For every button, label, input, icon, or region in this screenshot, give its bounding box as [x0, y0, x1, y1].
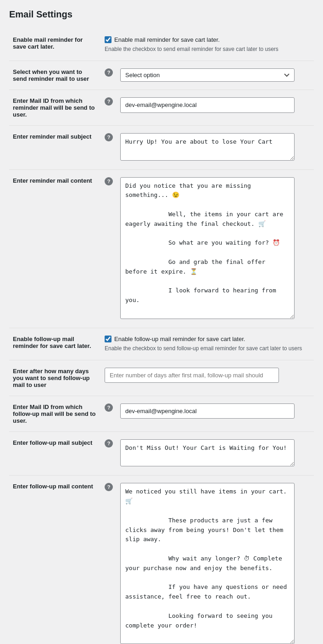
followup-days-input[interactable]	[105, 368, 279, 383]
help-mail-from-cell: ?	[101, 90, 117, 126]
help-select-when-icon[interactable]: ?	[105, 68, 113, 77]
help-followup-content-icon[interactable]: ?	[105, 483, 113, 491]
row-followup-content: Enter follow-up mail content ? We notice…	[9, 476, 314, 644]
label-mail-from: Enter Mail ID from which reminder mail w…	[9, 90, 101, 126]
field-enable-mail-reminder: Enable mail reminder for save cart later…	[101, 29, 314, 61]
label-enable-followup: Enable follow-up mail reminder for save …	[9, 328, 101, 360]
reminder-subject-input[interactable]: Hurry Up! You are about to lose Your Car…	[120, 133, 295, 161]
help-followup-subject-cell: ?	[101, 431, 117, 476]
label-enable-mail-reminder: Enable mail reminder for save cart later…	[9, 29, 101, 61]
label-followup-mail-from: Enter Mail ID from which follow-up mail …	[9, 396, 101, 431]
field-mail-from	[117, 90, 314, 126]
label-followup-content: Enter follow-up mail content	[9, 476, 101, 644]
followup-mail-from-input[interactable]	[120, 403, 295, 419]
help-followup-mail-from-cell: ?	[101, 396, 117, 431]
help-reminder-subject-cell: ?	[101, 126, 117, 170]
field-followup-mail-from	[117, 396, 314, 431]
row-reminder-content: Enter reminder mail content ? Did you no…	[9, 169, 314, 328]
field-followup-subject: Don't Miss Out! Your Cart is Waiting for…	[117, 431, 314, 476]
help-reminder-content-icon[interactable]: ?	[105, 177, 113, 185]
row-followup-mail-from: Enter Mail ID from which follow-up mail …	[9, 396, 314, 431]
followup-subject-input[interactable]: Don't Miss Out! Your Cart is Waiting for…	[120, 439, 295, 467]
label-select-when: Select when you want to send reminder ma…	[9, 61, 101, 90]
field-reminder-subject: Hurry Up! You are about to lose Your Car…	[117, 126, 314, 170]
field-followup-days	[101, 360, 314, 396]
row-followup-subject: Enter follow-up mail subject ? Don't Mis…	[9, 431, 314, 476]
label-reminder-subject: Enter reminder mail subject	[9, 126, 101, 170]
field-followup-content: We noticed you still have items in your …	[117, 476, 314, 644]
field-enable-followup: Enable follow-up mail reminder for save …	[101, 328, 314, 360]
checkbox-enable-reminder-label[interactable]: Enable mail reminder for save cart later…	[105, 36, 310, 43]
followup-content-input[interactable]: We noticed you still have items in your …	[120, 483, 295, 644]
row-enable-mail-reminder: Enable mail reminder for save cart later…	[9, 29, 314, 61]
enable-followup-helper: Enable the checkbox to send follow-up em…	[105, 344, 310, 353]
label-followup-subject: Enter follow-up mail subject	[9, 431, 101, 476]
help-followup-content-cell: ?	[101, 476, 117, 644]
help-reminder-subject-icon[interactable]: ?	[105, 133, 113, 141]
field-reminder-content: Did you notice that you are missing some…	[117, 169, 314, 328]
row-mail-from: Enter Mail ID from which reminder mail w…	[9, 90, 314, 126]
checkbox-enable-followup[interactable]	[105, 336, 111, 342]
label-followup-days: Enter after how many days you want to se…	[9, 360, 101, 396]
help-followup-mail-from-icon[interactable]: ?	[105, 403, 113, 412]
checkbox-enable-followup-label[interactable]: Enable follow-up mail reminder for save …	[105, 336, 310, 342]
checkbox-enable-reminder[interactable]	[105, 36, 111, 43]
row-select-when: Select when you want to send reminder ma…	[9, 61, 314, 90]
select-when-dropdown[interactable]: Select option	[120, 68, 295, 82]
help-reminder-content-cell: ?	[101, 169, 117, 328]
row-followup-days: Enter after how many days you want to se…	[9, 360, 314, 396]
field-select-when: Select option	[117, 61, 314, 90]
mail-from-input[interactable]	[120, 97, 295, 113]
help-mail-from-icon[interactable]: ?	[105, 97, 113, 106]
enable-reminder-helper: Enable the checkbox to send email remind…	[105, 45, 310, 53]
page-title: Email Settings	[9, 9, 314, 20]
checkbox-enable-followup-text: Enable follow-up mail reminder for save …	[114, 336, 245, 342]
reminder-content-input[interactable]: Did you notice that you are missing some…	[120, 177, 295, 319]
help-followup-subject-icon[interactable]: ?	[105, 439, 113, 448]
label-reminder-content: Enter reminder mail content	[9, 169, 101, 328]
row-reminder-subject: Enter reminder mail subject ? Hurry Up! …	[9, 126, 314, 170]
settings-table: Enable mail reminder for save cart later…	[9, 29, 314, 644]
checkbox-enable-reminder-text: Enable mail reminder for save cart later…	[114, 36, 220, 43]
row-enable-followup: Enable follow-up mail reminder for save …	[9, 328, 314, 360]
help-select-when-cell: ?	[101, 61, 117, 90]
